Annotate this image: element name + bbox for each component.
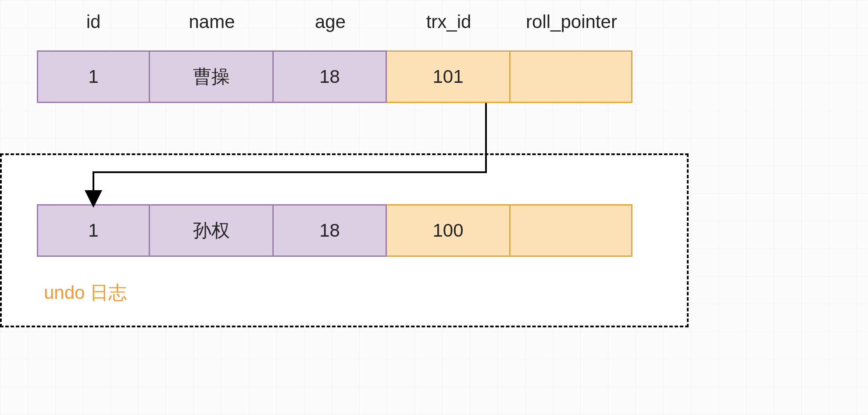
cell-current-id: 1 [37, 50, 150, 103]
mvcc-undo-diagram: id name age trx_id roll_pointer 1 曹操 18 … [0, 0, 868, 415]
current-record-row: 1 曹操 18 101 [37, 50, 632, 103]
cell-undo-name: 孙权 [150, 204, 274, 257]
header-age: age [274, 4, 387, 39]
cell-current-trx-id: 101 [387, 50, 511, 103]
cell-undo-trx-id: 100 [387, 204, 511, 257]
cell-undo-id: 1 [37, 204, 150, 257]
cell-current-name: 曹操 [150, 50, 274, 103]
cell-undo-roll-pointer [511, 204, 632, 257]
column-headers: id name age trx_id roll_pointer [37, 4, 632, 39]
undo-log-label: undo 日志 [44, 280, 127, 305]
cell-undo-age: 18 [274, 204, 387, 257]
undo-record-row: 1 孙权 18 100 [37, 204, 632, 257]
header-roll-pointer: roll_pointer [511, 4, 632, 39]
cell-current-age: 18 [274, 50, 387, 103]
cell-current-roll-pointer [511, 50, 632, 103]
header-trx-id: trx_id [387, 4, 511, 39]
header-name: name [150, 4, 274, 39]
header-id: id [37, 4, 150, 39]
